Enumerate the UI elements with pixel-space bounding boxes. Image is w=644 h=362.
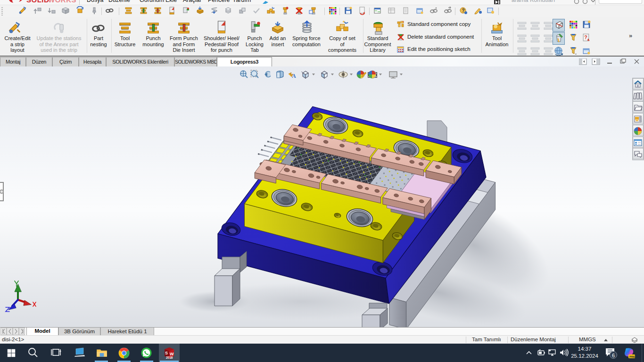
svg-text:PRE: PRE [629,355,635,358]
svg-text:SOLID: SOLID [26,0,49,4]
svg-text:A: A [292,73,296,79]
svg-text:?: ? [462,8,465,13]
svg-text:WORKS: WORKS [48,0,76,4]
svg-text:S: S [165,351,168,355]
svg-text:6: 6 [612,353,615,358]
svg-text:?: ? [584,34,587,40]
svg-text:2016: 2016 [166,356,173,359]
